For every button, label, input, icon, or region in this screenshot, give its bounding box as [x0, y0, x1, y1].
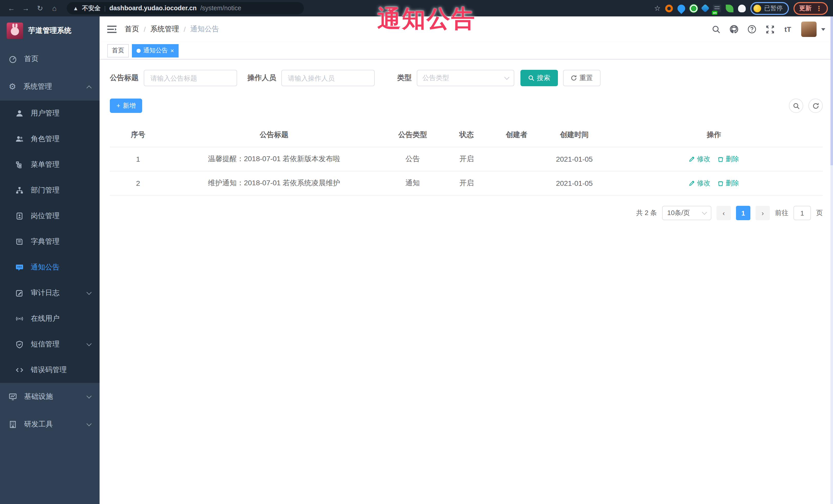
edit-link[interactable]: 修改 — [689, 154, 710, 164]
reset-button[interactable]: 重置 — [563, 70, 600, 86]
table-header-row: 序号 公告标题 公告类型 状态 创建者 创建时间 操作 — [110, 123, 823, 147]
page-suffix-label: 页 — [816, 208, 823, 218]
next-page-button[interactable]: › — [756, 206, 770, 220]
sidebar-item-menus[interactable]: 菜单管理 — [0, 152, 100, 177]
prev-page-button[interactable]: ‹ — [716, 206, 731, 220]
page-size-select[interactable]: 10条/页 — [662, 206, 711, 220]
breadcrumb-current: 通知公告 — [190, 25, 219, 34]
table-row: 1 温馨提醒：2018-07-01 若依新版本发布啦 公告 开启 2021-01… — [110, 147, 823, 171]
chevron-down-icon — [702, 210, 707, 215]
id-badge-icon — [16, 212, 24, 220]
github-icon[interactable] — [729, 25, 739, 34]
sidebar-item-users[interactable]: 用户管理 — [0, 101, 100, 126]
title-filter-label: 公告标题 — [110, 73, 139, 82]
back-icon[interactable]: ← — [5, 0, 18, 17]
message-icon — [16, 263, 24, 271]
sidebar-item-dev-tools[interactable]: 研发工具 — [0, 411, 100, 438]
extension-green-icon[interactable] — [690, 4, 697, 12]
sidebar-item-label: 基础设施 — [24, 392, 53, 401]
breadcrumb-home[interactable]: 首页 — [125, 25, 139, 34]
hamburger-icon[interactable] — [107, 25, 117, 33]
page-number-button[interactable]: 1 — [736, 206, 751, 220]
search-icon[interactable] — [711, 25, 721, 34]
sidebar-item-notice[interactable]: 通知公告 — [0, 255, 100, 280]
tab-home[interactable]: 首页 — [107, 44, 129, 57]
delete-link-label: 删除 — [726, 154, 739, 164]
toggle-search-button[interactable] — [789, 99, 803, 113]
delete-link[interactable]: 删除 — [717, 154, 739, 164]
delete-link[interactable]: 删除 — [717, 178, 739, 188]
extension-donut-icon[interactable] — [665, 4, 673, 12]
avatar[interactable] — [801, 22, 816, 37]
add-button[interactable]: + 新增 — [110, 99, 142, 113]
table-tools — [789, 99, 823, 113]
chevron-down-icon — [504, 75, 509, 80]
browser-extensions-area: ☆ on 已暂停 更新 ⋮ — [654, 2, 828, 15]
refresh-icon — [571, 75, 577, 81]
home-icon[interactable]: ⌂ — [48, 0, 61, 17]
update-label[interactable]: 更新 — [799, 4, 811, 13]
edit-link[interactable]: 修改 — [689, 178, 710, 188]
extension-drop-icon[interactable] — [676, 3, 687, 14]
reload-icon[interactable]: ↻ — [34, 0, 46, 17]
extension-switch-icon[interactable]: on — [713, 4, 721, 12]
forward-icon[interactable]: → — [20, 0, 32, 17]
tab-notice[interactable]: 通知公告 × — [132, 44, 178, 57]
sidebar-item-label: 在线用户 — [31, 314, 60, 323]
avatar-caret-icon[interactable] — [821, 28, 825, 30]
address-bar[interactable]: ▲ 不安全 | dashboard.yudao.iocoder.cn/syste… — [67, 2, 304, 15]
col-header-created-at: 创建时间 — [544, 123, 605, 147]
help-icon[interactable] — [747, 25, 757, 34]
sidebar-item-label: 研发工具 — [24, 420, 53, 429]
chevron-up-icon — [87, 85, 92, 90]
warning-icon: ▲ — [73, 5, 78, 11]
edit-link-label: 修改 — [697, 178, 710, 188]
close-icon[interactable]: × — [170, 47, 174, 54]
emoji-face-icon — [754, 4, 761, 12]
page-scrollbar[interactable] — [830, 17, 833, 504]
browser-menu-icon[interactable]: ⋮ — [815, 4, 822, 12]
cell-creator — [490, 152, 544, 166]
search-icon — [528, 75, 534, 81]
security-label[interactable]: 不安全 — [82, 4, 101, 13]
sidebar-item-system[interactable]: ⚙ 系统管理 — [0, 73, 100, 101]
sidebar-item-sms[interactable]: 短信管理 — [0, 332, 100, 357]
navbar-actions: tT — [711, 22, 825, 37]
profile-paused-chip[interactable]: 已暂停 — [751, 2, 789, 15]
sidebar-item-audit-log[interactable]: 审计日志 — [0, 280, 100, 306]
col-header-type: 公告类型 — [382, 123, 444, 147]
browser-update-chip[interactable]: 更新 ⋮ — [793, 2, 828, 15]
extension-gem-icon[interactable] — [701, 4, 710, 13]
sidebar-item-online-users[interactable]: 在线用户 — [0, 306, 100, 332]
scrollbar-thumb[interactable] — [830, 17, 833, 165]
type-select[interactable]: 公告类型 — [417, 70, 514, 86]
trash-icon — [717, 156, 724, 162]
type-filter-label: 类型 — [397, 73, 412, 82]
cell-creator — [490, 176, 544, 190]
fullscreen-icon[interactable] — [765, 25, 775, 34]
extension-leaf-icon[interactable] — [726, 4, 733, 12]
cell-status: 开启 — [444, 171, 490, 195]
font-size-icon[interactable]: tT — [783, 25, 792, 34]
search-button[interactable]: 搜索 — [520, 70, 558, 86]
operator-filter-input[interactable] — [281, 70, 375, 86]
extension-ghost-icon[interactable] — [738, 4, 746, 12]
goto-page-input[interactable] — [793, 206, 811, 220]
sidebar-item-departments[interactable]: 部门管理 — [0, 177, 100, 203]
sidebar-logo-row[interactable]: 芋道管理系统 — [0, 17, 100, 45]
sidebar-item-error-codes[interactable]: 错误码管理 — [0, 357, 100, 383]
sidebar-item-dict[interactable]: 字典管理 — [0, 229, 100, 255]
sidebar-item-infrastructure[interactable]: 基础设施 — [0, 383, 100, 411]
breadcrumb-section[interactable]: 系统管理 — [150, 25, 179, 34]
bookmark-star-icon[interactable]: ☆ — [654, 4, 661, 12]
plus-icon: + — [117, 102, 120, 109]
pagination: 共 2 条 10条/页 ‹ 1 › 前往 页 — [110, 206, 823, 220]
users-icon — [16, 135, 24, 143]
dashboard-icon — [9, 55, 17, 63]
building-icon — [9, 421, 17, 429]
sidebar-item-roles[interactable]: 角色管理 — [0, 126, 100, 152]
sidebar-item-home[interactable]: 首页 — [0, 45, 100, 73]
sidebar-item-posts[interactable]: 岗位管理 — [0, 203, 100, 229]
refresh-table-button[interactable] — [808, 99, 823, 113]
title-filter-input[interactable] — [144, 70, 237, 86]
